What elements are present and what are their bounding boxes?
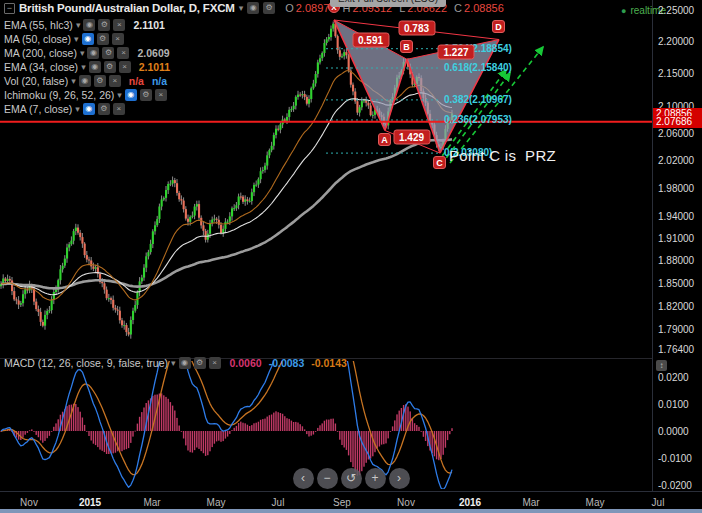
price-tick: 1.88000: [658, 255, 694, 266]
close-icon[interactable]: ×: [155, 89, 167, 101]
annotation-note[interactable]: Point C is PRZ: [449, 147, 556, 164]
indicator-value: n/a: [129, 75, 144, 87]
macd-tick: 0.0200: [658, 372, 689, 383]
time-tick: Sep: [320, 497, 364, 508]
gear-icon[interactable]: ⚙: [140, 89, 152, 101]
indicator-label[interactable]: EMA (55, hlc3): [4, 19, 73, 31]
close-icon[interactable]: ×: [112, 33, 124, 45]
indicator-label[interactable]: Vol (20, false): [4, 75, 68, 87]
chevron-down-icon[interactable]: ▾: [75, 104, 80, 114]
time-tick: Mar: [509, 497, 553, 508]
indicator-value: n/a: [152, 75, 167, 87]
price-tick: 1.94000: [658, 211, 694, 222]
chevron-down-icon[interactable]: ▾: [76, 20, 81, 30]
indicator-value: 2.0609: [137, 47, 169, 59]
macd-tick: 0.0100: [658, 399, 689, 410]
chevron-down-icon[interactable]: ▾: [71, 76, 76, 86]
macd-label[interactable]: MACD (12, 26, close, 9, false, true): [4, 357, 168, 369]
eye-icon[interactable]: ◉: [79, 75, 91, 87]
pane-move-button[interactable]: ↕: [656, 360, 667, 371]
collapse-legend-icon[interactable]: −: [4, 3, 15, 14]
gear-icon[interactable]: ⚙: [98, 103, 110, 115]
chevron-down-icon[interactable]: ▾: [171, 358, 176, 368]
nav-reset-button[interactable]: ↺: [341, 468, 362, 489]
gear-icon[interactable]: ⚙: [97, 33, 109, 45]
indicator-label[interactable]: MA (50, close): [4, 33, 71, 45]
gear-icon[interactable]: ⚙: [104, 61, 116, 73]
gear-icon[interactable]: ⚙: [194, 357, 206, 369]
close-icon[interactable]: ×: [109, 75, 121, 87]
price-tick: 2.06000: [658, 128, 694, 139]
eye-icon[interactable]: ◉: [179, 357, 191, 369]
gear-icon[interactable]: ⚙: [102, 47, 114, 59]
price-tick: 2.20000: [658, 36, 694, 47]
realtime-dot-icon: ●: [621, 6, 626, 16]
indicator-label[interactable]: Ichimoku (9, 26, 52, 26): [4, 89, 114, 101]
price-tick: 2.25000: [658, 5, 694, 16]
fullscreen-tooltip: Exit Full Screen (ESC): [330, 0, 446, 7]
chevron-down-icon[interactable]: ▾: [81, 62, 86, 72]
macd-tick: -0.0100: [658, 453, 692, 464]
gear-icon[interactable]: ⚙: [94, 75, 106, 87]
chevron-down-icon[interactable]: ▾: [80, 48, 85, 58]
pattern-point-d-badge[interactable]: D: [492, 20, 505, 33]
pattern-point-b-badge[interactable]: B: [400, 40, 413, 53]
fib-ratio-badge: 1.227: [437, 45, 474, 60]
fib-level-label: 0.618(2.15840): [444, 62, 512, 73]
indicator-legend: EMA (55, hlc3)▾◉⚙×2.1101MA (50, close)▾◉…: [4, 18, 170, 116]
eye-icon[interactable]: ◉: [87, 47, 99, 59]
fib-ratio-badge: 0.591: [352, 32, 389, 47]
nav-left-button[interactable]: ‹: [293, 468, 314, 489]
price-tick: 1.98000: [658, 183, 694, 194]
time-tick: Nov: [7, 497, 51, 508]
gear-icon[interactable]: ⚙: [263, 2, 275, 14]
close-icon[interactable]: ×: [209, 357, 221, 369]
close-icon[interactable]: ×: [113, 103, 125, 115]
eye-icon[interactable]: ◉: [83, 103, 95, 115]
time-tick: Nov: [384, 497, 428, 508]
price-tick: 2.02000: [658, 155, 694, 166]
macd-tick: -0.0200: [658, 480, 692, 491]
symbol-title[interactable]: British Pound/Australian Dollar, D, FXCM: [19, 2, 235, 14]
chevron-down-icon[interactable]: ▾: [239, 3, 244, 13]
indicator-label[interactable]: EMA (7, close): [4, 103, 72, 115]
nav-right-button[interactable]: ›: [389, 468, 410, 489]
indicator-label[interactable]: MA (200, close): [4, 47, 77, 59]
indicator-row: MA (200, close)▾◉⚙×2.0609: [4, 46, 170, 60]
indicator-row: Vol (20, false)▾◉⚙×n/an/a: [4, 74, 170, 88]
price-tick: 1.82000: [658, 301, 694, 312]
eye-icon[interactable]: ◉: [82, 33, 94, 45]
macd-value: 0.0060: [230, 357, 262, 369]
macd-values: 0.0060-0.0083-0.0143: [230, 357, 347, 369]
fib-level-label: 0.382(2.10967): [444, 94, 512, 105]
indicator-value: 2.1011: [139, 61, 171, 73]
gear-icon[interactable]: ⚙: [98, 19, 110, 31]
macd-value: -0.0083: [269, 357, 305, 369]
indicator-value: 2.1101: [133, 19, 165, 31]
indicator-row: EMA (34, close)▾◉⚙×2.1011: [4, 60, 170, 74]
macd-legend: MACD (12, 26, close, 9, false, true) ▾ ◉…: [4, 357, 347, 369]
time-tick: 2016: [448, 497, 492, 508]
nav-zoom-in-button[interactable]: +: [365, 468, 386, 489]
nav-zoom-out-button[interactable]: −: [317, 468, 338, 489]
chevron-down-icon[interactable]: ▾: [117, 90, 122, 100]
chart-application: Exit Full Screen (ESC) − British Pound/A…: [0, 0, 702, 513]
pattern-point-a-badge[interactable]: A: [378, 133, 391, 146]
close-icon[interactable]: ×: [113, 19, 125, 31]
eye-icon[interactable]: ◉: [83, 19, 95, 31]
pattern-point-c-badge[interactable]: C: [433, 156, 446, 169]
eye-icon[interactable]: ◉: [247, 2, 259, 14]
price-tick: 1.79000: [658, 324, 694, 335]
price-axis-separator: [652, 0, 653, 491]
close-icon[interactable]: ×: [117, 47, 129, 59]
time-tick: Mar: [130, 497, 174, 508]
time-tick: May: [573, 497, 617, 508]
chevron-down-icon[interactable]: ▾: [74, 34, 79, 44]
bottom-strip: [0, 509, 702, 513]
eye-icon[interactable]: ◉: [89, 61, 101, 73]
close-icon[interactable]: ×: [119, 61, 131, 73]
eye-icon[interactable]: ◉: [125, 89, 137, 101]
macd-tick: 0.0000: [658, 426, 689, 437]
price-badge: 2.07686: [653, 116, 702, 128]
indicator-label[interactable]: EMA (34, close): [4, 61, 78, 73]
